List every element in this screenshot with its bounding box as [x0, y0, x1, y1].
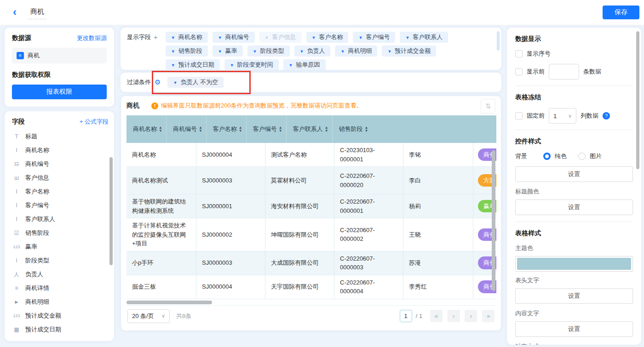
- table-vertical-scrollbar[interactable]: [492, 150, 495, 291]
- display-field-tag[interactable]: 客户名称: [306, 32, 349, 43]
- cell-customer-contact: 嬴政: [403, 299, 473, 300]
- field-item[interactable]: ⊟ 商机编号: [12, 157, 109, 171]
- add-formula-field-link[interactable]: + 公式字段: [80, 118, 109, 126]
- date-icon: ▦: [12, 326, 21, 333]
- show-index-checkbox[interactable]: [515, 50, 523, 57]
- display-fields-scrollbar[interactable]: [497, 31, 500, 51]
- column-header[interactable]: 客户名称: [207, 115, 247, 143]
- permission-title: 数据获取权限: [12, 71, 107, 79]
- show-first-checkbox[interactable]: [515, 68, 523, 75]
- content-text-set-button[interactable]: 设置: [515, 321, 633, 337]
- topbar: ‹ 商机 保存: [0, 0, 644, 25]
- settings-scrollbar[interactable]: [636, 31, 639, 169]
- pager-button[interactable]: ‹: [448, 310, 460, 322]
- display-field-tag[interactable]: 预计成交金额: [382, 46, 436, 57]
- help-icon[interactable]: ?: [603, 112, 610, 119]
- display-field-tag[interactable]: 商机明细: [335, 46, 377, 57]
- row-order-icon[interactable]: ⇅: [481, 99, 495, 114]
- datasource-title: 数据源: [12, 34, 31, 42]
- field-item[interactable]: 123 预计成交金额: [12, 309, 109, 323]
- column-header[interactable]: 商机名称: [126, 115, 167, 143]
- table-horizontal-scrollbar[interactable]: [126, 301, 212, 304]
- column-header[interactable]: 客户编号: [247, 115, 287, 143]
- filter-condition-tag[interactable]: 负责人 不为空: [167, 77, 224, 88]
- display-field-tag[interactable]: 商机编号: [213, 32, 255, 43]
- field-item[interactable]: I 客户编号: [12, 199, 109, 212]
- cell-opportunity-code: SJ0000003: [196, 167, 265, 194]
- field-item[interactable]: ≡ 商机详情: [12, 281, 109, 295]
- field-list: T 标题 I 商机名称 ⊟ 商机编号 ш 客户信息 I 客户名称: [12, 130, 109, 336]
- field-item[interactable]: I 客户联系人: [12, 212, 109, 226]
- display-field-tag[interactable]: 客户编号: [353, 32, 395, 43]
- column-header[interactable]: 商机编号: [167, 115, 207, 143]
- pager-button[interactable]: «: [430, 310, 443, 322]
- table-row: 商机名称测试 SJ0000003 莫霍材料公司 C-20220607-00000…: [126, 167, 496, 194]
- field-item-label: 客户信息: [25, 174, 49, 182]
- display-field-tag[interactable]: 赢率: [213, 46, 243, 57]
- display-field-tag[interactable]: 阶段类型: [247, 46, 290, 57]
- display-field-tag[interactable]: 预计成交日期: [166, 59, 220, 70]
- warning-text: 编辑界面只取数据源前200条作为查询数据预览，完整数据请访问页面查看。: [161, 102, 362, 110]
- display-field-tag[interactable]: 客户信息: [259, 32, 302, 43]
- cell-opportunity-name: 小p手环: [126, 251, 196, 275]
- fields-title: 字段: [12, 118, 25, 126]
- table-row: 便携式哮喘病监测系统 SJ0000005 飞星材料公司 C-20220607-0…: [126, 299, 496, 300]
- bg-color-set-button[interactable]: 设置: [515, 166, 633, 182]
- page-title[interactable]: 商机: [29, 7, 46, 19]
- field-item-label: 预计成交日期: [25, 325, 61, 334]
- detail-icon: ≡: [12, 285, 21, 291]
- cell-opportunity-code: SJ0000004: [196, 143, 265, 166]
- column-header[interactable]: 客户联系人: [287, 115, 333, 143]
- cell-opportunity-code: SJ0000001: [196, 194, 265, 218]
- add-display-field-button[interactable]: +: [154, 30, 158, 67]
- show-first-count-input[interactable]: [549, 64, 579, 80]
- field-item[interactable]: ш 客户信息: [12, 171, 109, 185]
- freeze-count-select[interactable]: 1 ∨: [549, 108, 576, 124]
- table-card: 商机 ! 编辑界面只取数据源前200条作为查询数据预览，完整数据请访问页面查看。…: [121, 96, 501, 331]
- display-field-tag[interactable]: 客户联系人: [400, 32, 448, 43]
- gear-icon[interactable]: ⚙: [155, 78, 161, 86]
- display-field-tag[interactable]: 商机名称: [166, 32, 208, 43]
- total-count: 共8条: [176, 312, 191, 320]
- column-header-label: 商机名称: [133, 125, 157, 133]
- field-item[interactable]: ▶ 商机明细: [12, 295, 109, 309]
- field-item[interactable]: 123 赢率: [12, 240, 109, 254]
- report-permission-button[interactable]: 报表权限: [12, 85, 107, 99]
- display-field-tag[interactable]: 销售阶段: [166, 46, 208, 57]
- title-color-set-button[interactable]: 设置: [515, 199, 633, 215]
- text-icon: I: [12, 257, 21, 264]
- solid-color-radio[interactable]: [543, 153, 551, 160]
- field-item[interactable]: ▦ 预计成交日期: [12, 323, 109, 336]
- cell-opportunity-name: 商机名称: [126, 143, 196, 166]
- filter-label: 过滤条件: [127, 78, 151, 86]
- table-row: 掘金三板 SJ0000004 天宇国际有限公司 C-20220607-00000…: [126, 275, 496, 299]
- field-item[interactable]: I 客户名称: [12, 185, 109, 199]
- header-text-set-button[interactable]: 设置: [515, 288, 633, 304]
- theme-color-picker[interactable]: [515, 256, 633, 272]
- widget-style-title: 控件样式: [515, 137, 633, 146]
- datasource-item[interactable]: ≡ 商机: [12, 48, 107, 63]
- column-header-label: 客户编号: [253, 125, 277, 133]
- field-item[interactable]: ☑ 销售阶段: [12, 226, 109, 240]
- page-number-input[interactable]: [400, 310, 412, 322]
- change-datasource-link[interactable]: 更改数据源: [77, 34, 107, 42]
- back-icon[interactable]: ‹: [13, 6, 17, 18]
- field-item[interactable]: T 标题: [12, 130, 109, 143]
- pager-button[interactable]: »: [482, 310, 494, 322]
- show-first-prefix: 显示前: [527, 68, 545, 76]
- field-item[interactable]: I 阶段类型: [12, 254, 109, 267]
- pager-button[interactable]: ›: [465, 310, 477, 322]
- display-field-tag[interactable]: 负责人: [294, 46, 331, 57]
- fields-scrollbar[interactable]: [109, 157, 113, 265]
- sort-carets-icon: [279, 126, 282, 132]
- column-header[interactable]: 销售阶段: [333, 115, 372, 143]
- field-item[interactable]: 人 负责人: [12, 267, 109, 281]
- display-field-tag[interactable]: 输单原因: [283, 59, 326, 70]
- freeze-checkbox[interactable]: [515, 112, 523, 119]
- page-size-select[interactable]: 20 条/页 ∨: [127, 309, 170, 323]
- field-item[interactable]: I 商机名称: [12, 143, 109, 157]
- display-field-tag[interactable]: 阶段变更时间: [224, 59, 279, 70]
- image-radio[interactable]: [578, 153, 586, 160]
- save-button[interactable]: 保存: [603, 6, 639, 19]
- column-header-label: 商机编号: [173, 125, 197, 133]
